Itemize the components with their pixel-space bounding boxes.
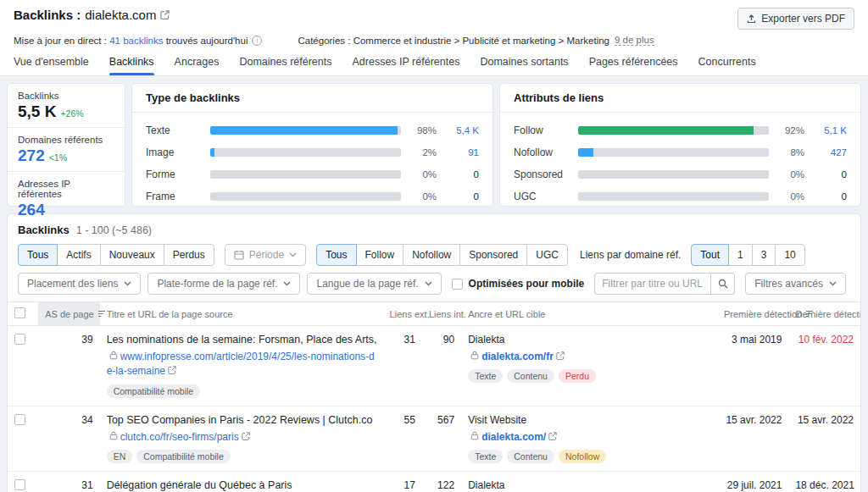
tab-domaines-sortants[interactable]: Domaines sortants (480, 53, 568, 75)
tab-concurrents[interactable]: Concurrents (698, 53, 756, 75)
calendar-icon (234, 250, 244, 260)
badge-compatibilite-mobile: Compatibilité mobile (107, 384, 201, 398)
bar-fill (210, 148, 214, 157)
filter-row-2: Placement des liensPlate-forme de la pag… (8, 273, 860, 295)
tab-pages-referencees[interactable]: Pages référencées (589, 53, 678, 75)
overview-cards: Backlinks5,5 K+26%Domaines référents272<… (0, 76, 868, 213)
bar-count: 0 (813, 191, 847, 202)
chevron-down-icon (425, 281, 432, 286)
categories-more-link[interactable]: 9 de plus (615, 35, 654, 46)
first-seen-date: 15 avr. 2022 (717, 406, 789, 471)
column-header-last-seen[interactable]: Dernière détection (788, 302, 860, 326)
source-title: Les nominations de la semaine: Forsman, … (107, 334, 376, 346)
source-url-link[interactable]: www.infopresse.com/article/2019/4/25/les… (107, 351, 375, 377)
filter-tout-button[interactable]: Tout (691, 244, 729, 266)
row-checkbox[interactable] (14, 414, 25, 425)
placement-des-liens-dropdown[interactable]: Placement des liens (18, 273, 141, 295)
backlink-types-rows: Texte98%5,4 KImage2%91Forme0%0Frame0%0 (132, 113, 492, 207)
row-checkbox[interactable] (14, 479, 25, 490)
target-url-link[interactable]: dialekta.com/ (481, 431, 546, 443)
filter-3-button[interactable]: 3 (752, 244, 776, 266)
filter-tous-button[interactable]: Tous (18, 244, 58, 266)
bar-percent: 0% (409, 169, 437, 180)
source-url-link[interactable]: clutch.co/fr/seo-firms/paris (120, 431, 239, 443)
backlink-types-title: Type de backlinks (132, 84, 492, 113)
filter-1-button[interactable]: 1 (728, 244, 753, 266)
link-attributes-panel: Attributs de liens Follow92%5,1 KNofollo… (499, 83, 861, 207)
filter-nouveaux-button[interactable]: Nouveaux (100, 244, 164, 266)
export-pdf-button[interactable]: Exporter vers PDF (737, 8, 854, 30)
filter-sponsored-button[interactable]: Sponsored (459, 244, 527, 266)
stat-domaines-referents: Domaines référents272<1% (8, 128, 125, 172)
filter-ugc-button[interactable]: UGC (526, 244, 568, 266)
filter-follow-button[interactable]: Follow (356, 244, 404, 266)
anchor-text: Dialekta (468, 479, 710, 491)
row-checkbox[interactable] (14, 334, 25, 345)
bar-track (578, 148, 769, 157)
mobile-optimized-checkbox[interactable]: Optimisées pour mobile (452, 278, 585, 290)
export-pdf-label: Exporter vers PDF (761, 13, 845, 25)
filter-nofollow-button[interactable]: Nofollow (403, 244, 460, 266)
backlinks-table: AS de page Titre et URL de la page sourc… (8, 301, 860, 492)
badge-compatibilite-mobile: Compatibilité mobile (136, 450, 231, 463)
plate-forme-de-la-page-ref-dropdown[interactable]: Plate-forme de la page réf. (147, 273, 300, 295)
page-header: Backlinks : dialekta.com Exporter vers P… (0, 0, 868, 76)
tab-backlinks[interactable]: Backlinks (109, 53, 154, 75)
bar-track (210, 148, 401, 157)
stat-value[interactable]: 272<1% (18, 146, 114, 165)
stat-delta: +26% (60, 108, 83, 119)
backlinks-table-card: Backlinks 1 - 100 (~5 486) TousActifsNou… (7, 213, 861, 492)
badge-nofollow: Nofollow (559, 450, 606, 463)
bar-count[interactable]: 427 (813, 147, 847, 158)
bar-count[interactable]: 5,4 K (445, 125, 479, 135)
tab-ancrages[interactable]: Ancrages (175, 53, 220, 75)
column-header-as[interactable]: AS de page (38, 302, 99, 326)
title-url-search (594, 273, 735, 295)
bar-track (578, 126, 769, 135)
period-dropdown[interactable]: Période (225, 244, 306, 266)
source-title: Top SEO Companies in Paris - 2022 Review… (107, 414, 376, 426)
bar-count[interactable]: 5,1 K (813, 125, 847, 135)
bar-label: Forme (146, 169, 202, 180)
column-header-ext: Liens ext. (383, 302, 422, 326)
bar-percent: 2% (409, 147, 437, 158)
stat-label: Domaines référents (18, 135, 114, 145)
stat-delta: <1% (49, 152, 67, 163)
langue-de-la-page-ref-dropdown[interactable]: Langue de la page réf. (307, 273, 441, 295)
select-all-checkbox[interactable] (14, 307, 25, 318)
live-update-link[interactable]: 41 backlinks (109, 36, 163, 46)
bar-label: Follow (514, 124, 570, 136)
period-label: Période (249, 249, 284, 261)
tab-adresses-ip-referentes[interactable]: Adresses IP référentes (352, 53, 459, 75)
stat-value: 5,5 K+26% (18, 102, 114, 121)
filter-10-button[interactable]: 10 (775, 244, 804, 266)
meta-row: Mise à jour en direct : 41 backlinks tro… (14, 35, 854, 46)
tab-domaines-referents[interactable]: Domaines référents (239, 53, 331, 75)
internal-links-count: 567 (422, 406, 461, 471)
bar-count[interactable]: 91 (445, 147, 479, 158)
source-title: Délégation générale du Québec à Paris (107, 479, 376, 491)
search-input[interactable] (594, 273, 711, 295)
target-url-link[interactable]: dialekta.com/fr (481, 351, 554, 362)
search-button[interactable] (711, 273, 735, 295)
badge-texte: Texte (468, 450, 503, 463)
bar-count: 0 (445, 191, 479, 202)
tab-vue-d-ensemble[interactable]: Vue d'ensemble (14, 53, 89, 75)
table-row: 31Délégation générale du Québec à Parisi… (8, 472, 860, 492)
sort-icon (97, 310, 106, 318)
advanced-filters-dropdown[interactable]: Filtres avancés (745, 273, 846, 295)
stat-value[interactable]: 264 (18, 201, 114, 219)
filter-tous-button[interactable]: Tous (316, 244, 356, 266)
filter-perdus-button[interactable]: Perdus (164, 244, 214, 266)
table-section-title: Backlinks (18, 224, 70, 236)
backlink-types-panel: Type de backlinks Texte98%5,4 KImage2%91… (131, 83, 493, 207)
table-row: 39Les nominations de la semaine: Forsman… (8, 326, 860, 406)
column-header-first-seen[interactable]: Première détection (717, 302, 789, 326)
filter-actifs-button[interactable]: Actifs (57, 244, 100, 266)
external-link-icon (168, 366, 176, 374)
anchor-badges: TexteContenuNofollow (468, 450, 710, 463)
bar-percent: 0% (777, 191, 804, 202)
stat-backlinks: Backlinks5,5 K+26% (8, 84, 125, 128)
bar-label: Sponsored (514, 169, 570, 180)
external-link-icon[interactable] (160, 10, 170, 19)
